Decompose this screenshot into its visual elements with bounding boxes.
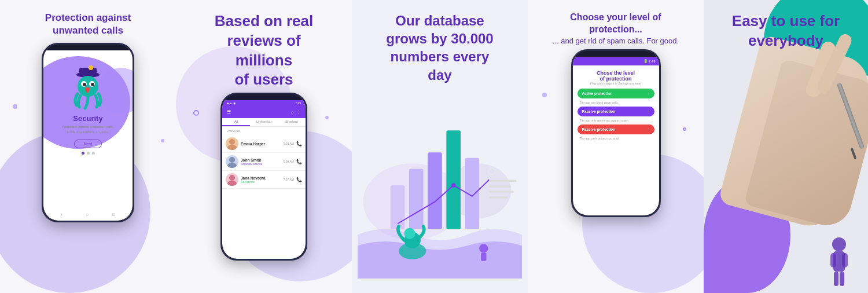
passive-protection-label-2: Passive protection [582,127,616,131]
svg-point-8 [229,139,235,145]
decorative-figure [822,233,856,293]
svg-rect-31 [481,253,486,261]
call-tabs: All Unfamiliar Blocked [222,118,306,127]
svg-rect-36 [842,253,848,268]
caller-name-3: Jana Novotná [241,176,281,180]
call-date: 7/8/2018 [222,127,306,135]
screen1-title: Security [73,114,102,123]
avatar-1 [226,137,238,150]
dot-decoration [683,127,686,131]
panel-2-title: Based on real reviews of millions of use… [215,12,314,90]
screen2-header: ☰ ⌕ ⋮ [222,106,306,118]
octopus-illustration [68,62,108,111]
phone-screen-2: ■ ▲ ◉ 7:49 ☰ ⌕ ⋮ All Unfamiliar Blocked … [222,100,306,259]
panel-reviews: Based on real reviews of millions of use… [176,0,352,293]
avatar-3 [226,173,238,186]
call-info-3: Jana Novotná Call centre [241,176,281,184]
phone-navigation: ‹ ○ □ [43,212,133,217]
avatar-2 [226,155,238,168]
svg-point-9 [227,145,237,150]
status-bar-2: ■ ▲ ◉ 7:49 [222,100,306,106]
panel-easy: Easy to use for everybody [704,0,868,293]
svg-rect-1 [79,68,97,75]
call-phone-icon-3: 📞 [296,177,302,182]
phone-screen-4: 🔋 7:49 Chose the level of protection (Yo… [573,57,659,215]
protection-btn-active[interactable]: Active protection › [578,89,654,98]
svg-rect-25 [489,191,514,193]
header-icons: ⌕ ⋮ [291,109,301,115]
nav-recents[interactable]: □ [112,212,115,217]
panel-protection: Protection against unwanted calls [0,0,176,293]
dot-decoration [325,116,329,119]
screen1-pagination [82,152,95,155]
panel-4-subtitle: ... and get rid of spam calls. For good. [553,36,679,46]
phone-mockup-2: ■ ▲ ◉ 7:49 ☰ ⌕ ⋮ All Unfamiliar Blocked … [220,93,307,261]
screen1-text: Protection against unwanted calls, trust… [56,123,120,136]
caller-name-2: John Smith [241,158,281,162]
svg-point-22 [451,184,456,188]
call-info-1: Emma Harper [241,142,281,146]
screen4-subtitle: (You can change it in Settings any time) [578,82,654,85]
svg-point-10 [229,157,235,163]
panel-4-title1: Choose your level of [570,12,661,24]
caller-sub-2: Financial service [241,162,281,166]
tab-all[interactable]: All [222,118,250,126]
svg-point-33 [832,237,846,251]
hamburger-icon[interactable]: ☰ [227,109,231,115]
phone-notch-2 [247,94,281,100]
dot-decoration [13,104,17,109]
svg-rect-38 [840,272,844,286]
passive-protection-label-1: Passive protection [582,109,616,113]
tab-blocked[interactable]: Blocked [278,118,306,126]
chevron-right-icon: › [648,91,649,96]
svg-point-11 [227,163,237,168]
svg-rect-37 [834,272,838,286]
svg-rect-16 [391,185,405,229]
protection-btn-passive1[interactable]: Passive protection › [578,107,654,116]
caller-sub-3: Call centre [241,180,281,184]
call-phone-icon-2: 📞 [296,159,302,164]
call-info-2: John Smith Financial service [241,158,281,166]
screen4-content: Chose the level of protection (You can c… [573,65,659,147]
svg-rect-19 [446,131,461,229]
tab-unfamiliar[interactable]: Unfamiliar [250,118,278,126]
dot-1 [82,152,84,155]
screen4-title: Chose the level of protection [578,70,654,82]
chart-illustration [358,87,522,284]
panel-4-title2: protection... [589,24,642,36]
dot-decoration [193,110,199,116]
phone-mockup-4: 🔋 7:49 Chose the level of protection (Yo… [571,49,661,217]
svg-point-3 [78,76,98,97]
phone-notch [71,45,105,50]
svg-rect-23 [489,180,516,182]
call-item-2: John Smith Financial service 8:08 AM 📞 [222,153,306,171]
panel-database: Our database grows by 30.000 numbers eve… [352,0,528,293]
phone-notch-4 [598,51,633,57]
dot-3 [92,152,95,155]
phone-mockup-1: Security Protection against unwanted cal… [42,43,134,222]
battery-icon: 🔋 7:49 [643,59,655,63]
dot-2 [87,152,90,155]
panel-level: Choose your level of protection... ... a… [528,0,704,293]
svg-point-2 [89,65,93,70]
nav-home[interactable]: ○ [86,212,89,217]
panel-5-title: Easy to use for everybody [720,0,851,51]
svg-point-29 [404,228,415,239]
svg-rect-26 [489,196,508,199]
chevron-right-icon-2: › [648,109,649,113]
svg-point-7 [91,83,94,86]
passive-protection-desc-2: The app can't protect you at all [578,137,654,142]
passive-protection-desc-1: The app only warns you against spam [578,119,654,124]
phone-screen-1: Security Protection against unwanted cal… [43,50,133,221]
svg-rect-17 [409,169,424,229]
search-icon[interactable]: ⌕ [291,109,294,115]
nav-back[interactable]: ‹ [61,212,62,217]
protection-btn-passive2[interactable]: Passive protection › [578,124,654,134]
screen1-next-button[interactable]: Next [74,140,102,148]
call-time-1: 9:03 AM [284,142,294,145]
status-time: 7:49 [295,101,301,105]
svg-point-30 [479,244,488,253]
more-icon[interactable]: ⋮ [296,109,301,115]
call-time-3: 7:07 AM [284,178,294,181]
screen4-header: 🔋 7:49 [573,57,659,65]
